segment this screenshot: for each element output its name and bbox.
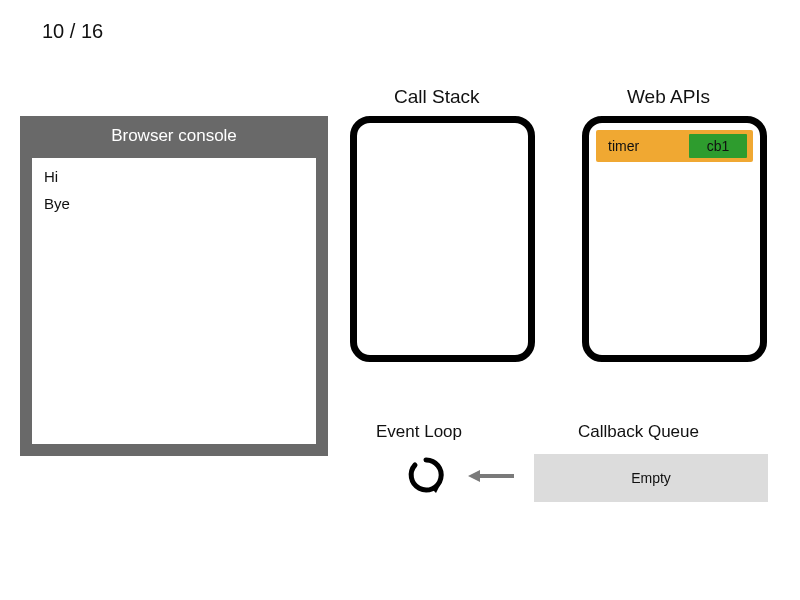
- console-line: Bye: [44, 195, 304, 212]
- web-apis-box: timer cb1: [582, 116, 767, 362]
- queue-empty-label: Empty: [631, 470, 671, 486]
- call-stack-box: [350, 116, 535, 362]
- svg-marker-2: [468, 470, 480, 482]
- call-stack-title: Call Stack: [394, 86, 480, 108]
- console-title: Browser console: [20, 116, 328, 158]
- console-body: Hi Bye: [32, 158, 316, 444]
- step-counter: 10 / 16: [42, 20, 103, 43]
- arrow-left-icon: [466, 466, 516, 486]
- web-apis-title: Web APIs: [627, 86, 710, 108]
- callback-queue-title: Callback Queue: [578, 422, 699, 442]
- event-loop-title: Event Loop: [376, 422, 462, 442]
- browser-console: Browser console Hi Bye: [20, 116, 328, 456]
- step-sep: /: [70, 20, 76, 42]
- console-line: Hi: [44, 168, 304, 185]
- timer-item: timer cb1: [596, 130, 753, 162]
- callback-badge: cb1: [689, 134, 747, 158]
- callback-queue-box: Empty: [534, 454, 768, 502]
- step-total: 16: [81, 20, 103, 42]
- timer-label: timer: [608, 138, 639, 154]
- loop-icon: [406, 455, 446, 495]
- step-current: 10: [42, 20, 64, 42]
